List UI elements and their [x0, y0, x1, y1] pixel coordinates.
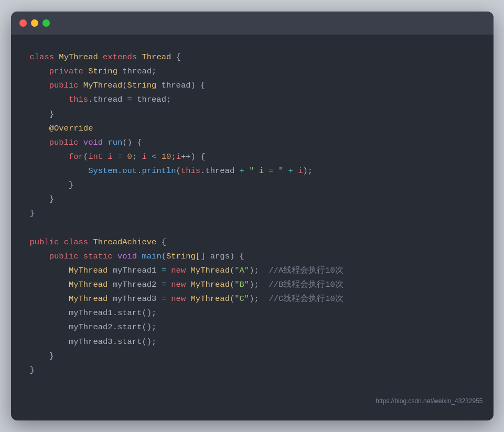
code-line-23: } — [30, 363, 475, 377]
code-line-11: } — [30, 192, 475, 207]
code-line-10: } — [30, 178, 475, 192]
code-line-15: public static void main(String[] args) { — [30, 250, 475, 264]
code-line-1: class MyThread extends Thread { — [30, 50, 475, 64]
code-line-22: } — [30, 349, 475, 363]
code-line-3: public MyThread(String thread) { — [30, 79, 475, 93]
code-line-13 — [30, 221, 475, 235]
code-line-14: public class ThreadAchieve { — [30, 235, 475, 250]
code-window: class MyThread extends Thread { private … — [11, 12, 494, 420]
maximize-button[interactable] — [42, 19, 50, 27]
titlebar — [11, 12, 494, 35]
watermark-text: https://blog.csdn.net/weixin_43232955 — [376, 397, 482, 405]
code-line-18: MyThread myThread3 = new MyThread("C"); … — [30, 292, 475, 306]
code-line-8: for(int i = 0; i < 10;i++) { — [30, 150, 475, 164]
close-button[interactable] — [19, 19, 27, 27]
code-line-9: System.out.println(this.thread + " i = "… — [30, 164, 475, 178]
code-line-6: @Override — [30, 122, 475, 136]
code-area: class MyThread extends Thread { private … — [11, 35, 494, 393]
code-line-12: } — [30, 207, 475, 221]
traffic-lights — [19, 19, 50, 27]
code-line-5: } — [30, 107, 475, 122]
minimize-button[interactable] — [31, 19, 38, 27]
watermark: https://blog.csdn.net/weixin_43232955 — [11, 393, 494, 411]
code-line-16: MyThread myThread1 = new MyThread("A"); … — [30, 264, 475, 278]
code-line-2: private String thread; — [30, 64, 475, 79]
code-line-21: myThread3.start(); — [30, 335, 475, 349]
code-line-19: myThread1.start(); — [30, 306, 475, 320]
code-line-17: MyThread myThread2 = new MyThread("B"); … — [30, 278, 475, 292]
code-line-7: public void run() { — [30, 136, 475, 150]
code-line-20: myThread2.start(); — [30, 320, 475, 334]
code-line-4: this.thread = thread; — [30, 93, 475, 107]
